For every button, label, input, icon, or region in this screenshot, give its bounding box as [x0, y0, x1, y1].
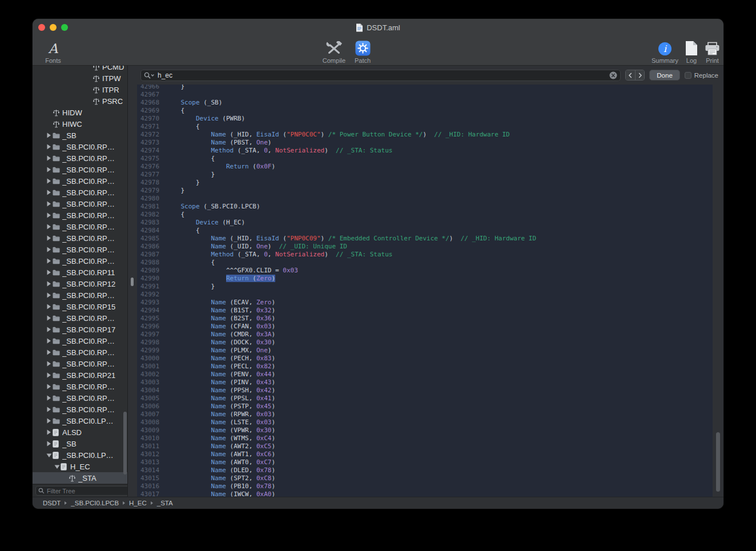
disclosure-triangle[interactable]: [45, 281, 53, 287]
disclosure-triangle[interactable]: [45, 292, 53, 298]
clear-search-icon[interactable]: [609, 71, 617, 79]
disclosure-triangle[interactable]: [45, 224, 53, 230]
tree-item-_sb[interactable]: _SB: [33, 438, 127, 449]
disclosure-triangle[interactable]: [45, 258, 53, 264]
breadcrumb-item[interactable]: H_EC: [129, 500, 147, 506]
disclosure-triangle[interactable]: [45, 384, 53, 389]
code-line[interactable]: 43010 Name (WTMS, 0xC4): [137, 435, 713, 443]
tree-item-_sbpci0rp21[interactable]: _SB.PCI0.RP21: [33, 369, 127, 381]
tree-item-_sbpci0rp[interactable]: _SB.PCI0.RP…: [33, 141, 127, 152]
disclosure-triangle[interactable]: [45, 270, 53, 275]
code-line[interactable]: 42984 {: [137, 227, 713, 235]
code-line[interactable]: 43000 Name (PECH, 0x83): [137, 355, 713, 363]
code-line[interactable]: 43017 Name (IWCW, 0xA0): [137, 490, 713, 497]
disclosure-triangle[interactable]: [45, 453, 53, 458]
search-input[interactable]: [158, 71, 606, 79]
code-line[interactable]: 43002 Name (PENV, 0x44): [137, 371, 713, 379]
tree-item-_sbpci0rp[interactable]: _SB.PCI0.RP…: [33, 358, 127, 369]
tree-item-pcmd[interactable]: PCMD: [33, 66, 127, 73]
code-editor[interactable]: 42966 }4296742968 Scope (_SB)42969 {4297…: [137, 85, 713, 497]
disclosure-triangle[interactable]: [45, 395, 53, 401]
replace-checkbox[interactable]: [685, 72, 691, 79]
code-line[interactable]: 42967: [137, 91, 713, 99]
filter-field[interactable]: [35, 486, 128, 496]
code-line[interactable]: 42989 ^^^GFX0.CLID = 0x03: [137, 267, 713, 275]
tree-item-alsd[interactable]: ALSD: [33, 427, 127, 438]
tree-item-_sbpci0rp[interactable]: _SB.PCI0.RP…: [33, 347, 127, 358]
code-line[interactable]: 42983 Device (H_EC): [137, 219, 713, 227]
tree-item-_sbpci0rp12[interactable]: _SB.PCI0.RP12: [33, 278, 127, 289]
code-line[interactable]: 42971 {: [137, 123, 713, 131]
tree-item-_sbpci0rp[interactable]: _SB.PCI0.RP…: [33, 164, 127, 175]
code-line[interactable]: 43014 Name (DLED, 0x78): [137, 466, 713, 474]
tree-item-h_ec[interactable]: H_EC: [33, 461, 127, 472]
tree-item-_sbpci0lp[interactable]: _SB.PCI0.LP…: [33, 415, 127, 427]
tree-item-hiwc[interactable]: HIWC: [33, 118, 127, 130]
editor-scrollbar[interactable]: [716, 432, 720, 492]
tree-item-_sbpci0rp15[interactable]: _SB.PCI0.RP15: [33, 301, 127, 312]
disclosure-triangle[interactable]: [45, 132, 53, 138]
zoom-button[interactable]: [61, 24, 68, 31]
code-line[interactable]: 42968 Scope (_SB): [137, 99, 713, 107]
code-line[interactable]: 42987 Method (_STA, 0, NotSerialized) //…: [137, 251, 713, 259]
code-line[interactable]: 43011 Name (AWT2, 0xC5): [137, 443, 713, 451]
disclosure-triangle[interactable]: [45, 190, 53, 195]
code-line[interactable]: 43013 Name (AWT0, 0xC7): [137, 459, 713, 466]
disclosure-triangle[interactable]: [45, 349, 53, 355]
disclosure-triangle[interactable]: [45, 304, 53, 309]
tree-item-_sbpci0rp[interactable]: _SB.PCI0.RP…: [33, 255, 127, 267]
breadcrumb-item[interactable]: _STA: [157, 500, 173, 506]
code-line[interactable]: 42996 Name (CFAN, 0x03): [137, 323, 713, 331]
code-line[interactable]: 42999 Name (PLMX, One): [137, 347, 713, 355]
code-line[interactable]: 43004 Name (PPSH, 0x42): [137, 387, 713, 395]
disclosure-triangle[interactable]: [45, 155, 53, 161]
code-line[interactable]: 42969 {: [137, 107, 713, 115]
disclosure-triangle[interactable]: [45, 418, 53, 424]
tree-item-_sbpci0rp11[interactable]: _SB.PCI0.RP11: [33, 267, 127, 278]
code-line[interactable]: 43005 Name (PPSL, 0x41): [137, 395, 713, 403]
code-line[interactable]: 42994 Name (B1ST, 0x32): [137, 307, 713, 315]
tree-item-_sbpci0rp[interactable]: _SB.PCI0.RP…: [33, 244, 127, 255]
filter-input[interactable]: [47, 488, 128, 494]
tree-item-_sbpci0rp[interactable]: _SB.PCI0.RP…: [33, 392, 127, 404]
summary-button[interactable]: i Summary: [652, 37, 678, 64]
print-button[interactable]: Print: [705, 37, 720, 64]
compile-button[interactable]: Compile: [321, 37, 347, 64]
tree-item-_sbpci0rp[interactable]: _SB.PCI0.RP…: [33, 221, 127, 232]
tree-item-_sb[interactable]: _SB: [33, 130, 127, 141]
code-line[interactable]: 43015 Name (SPT2, 0xC8): [137, 474, 713, 482]
disclosure-triangle[interactable]: [45, 315, 53, 321]
code-line[interactable]: 42979 }: [137, 187, 713, 195]
code-line[interactable]: 43008 Name (LSTE, 0x03): [137, 419, 713, 427]
tree-item-_sbpci0rp[interactable]: _SB.PCI0.RP…: [33, 175, 127, 187]
disclosure-triangle[interactable]: [45, 247, 53, 252]
tree-item-_sta[interactable]: _STA: [33, 472, 127, 484]
code-line[interactable]: 42973 Name (PBST, One): [137, 139, 713, 147]
code-line[interactable]: 42991 }: [137, 283, 713, 291]
disclosure-triangle[interactable]: [45, 178, 53, 184]
code-line[interactable]: 42978 }: [137, 179, 713, 187]
disclosure-triangle[interactable]: [45, 338, 53, 344]
disclosure-triangle[interactable]: [45, 201, 53, 207]
search-field[interactable]: [140, 70, 621, 81]
disclosure-triangle[interactable]: [45, 167, 53, 172]
code-line[interactable]: 42985 Name (_HID, EisaId ("PNP0C09") /* …: [137, 235, 713, 243]
find-next-button[interactable]: [635, 70, 644, 80]
disclosure-triangle[interactable]: [45, 327, 53, 332]
code-line[interactable]: 42977 }: [137, 171, 713, 179]
log-button[interactable]: Log: [685, 37, 698, 64]
tree-item-hidw[interactable]: HIDW: [33, 107, 127, 118]
code-line[interactable]: 42982 {: [137, 211, 713, 219]
code-line[interactable]: 42976 Return (0x0F): [137, 163, 713, 171]
code-line[interactable]: 43016 Name (PB10, 0x78): [137, 482, 713, 490]
fonts-button[interactable]: A Fonts: [41, 37, 66, 64]
code-line[interactable]: 42992: [137, 291, 713, 299]
minimize-button[interactable]: [50, 24, 57, 31]
tree-item-_sbpci0rp[interactable]: _SB.PCI0.RP…: [33, 152, 127, 164]
done-button[interactable]: Done: [649, 70, 680, 81]
close-button[interactable]: [38, 24, 45, 31]
disclosure-triangle[interactable]: [45, 212, 53, 218]
tree-item-psrc[interactable]: PSRC: [33, 95, 127, 107]
code-line[interactable]: 43007 Name (RPWR, 0x03): [137, 411, 713, 419]
code-line[interactable]: 42993 Name (ECAV, Zero): [137, 299, 713, 307]
